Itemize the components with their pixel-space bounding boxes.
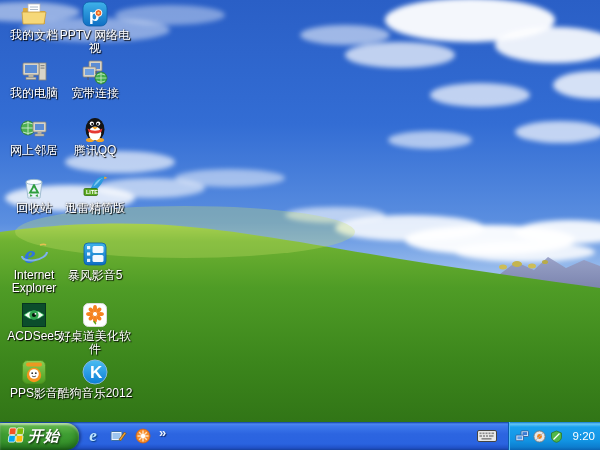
desktop-icon-label: PPTV 网络电 视 <box>60 29 131 54</box>
windows-logo-icon <box>5 425 25 449</box>
svg-text:LITE: LITE <box>86 189 98 195</box>
tencent-qq-icon <box>81 115 109 143</box>
desktop-icon-label: 网上邻居 <box>10 144 58 157</box>
tray-network-button[interactable] <box>515 429 529 443</box>
quick-launch-haozhuodao[interactable] <box>134 427 152 445</box>
desktop-icon-label: 好桌道美化软 件 <box>59 330 131 355</box>
acdsee5-icon <box>20 301 48 329</box>
desktop-icon-label: PPS影音 <box>10 387 58 400</box>
desktop-icon-kugou-music[interactable]: K 酷狗音乐2012 <box>57 358 133 400</box>
haozhuodao-icon <box>81 301 109 329</box>
svg-text:K: K <box>90 363 103 382</box>
chevron-right-icon[interactable]: » <box>159 425 166 440</box>
network-icon <box>515 430 529 443</box>
language-keyboard-button[interactable] <box>476 428 498 443</box>
taskbar: 开始 e » <box>0 422 600 450</box>
internet-explorer-icon: e <box>20 240 48 268</box>
desktop-icon-label: 酷狗音乐2012 <box>58 387 133 400</box>
desktop-icon-thunder-lite[interactable]: LITE 迅雷精简版 <box>57 173 133 215</box>
desktop-icon-label: 宽带连接 <box>71 87 119 100</box>
baofeng-player-icon <box>81 240 109 268</box>
start-button-label: 开始 <box>28 427 60 446</box>
desktop-icon-label: 腾讯QQ <box>74 144 117 157</box>
show-desktop-icon <box>110 429 127 444</box>
network-places-icon <box>20 115 48 143</box>
pps-player-icon <box>20 358 48 386</box>
desktop-icon-tencent-qq[interactable]: 腾讯QQ <box>57 115 133 157</box>
shield-icon <box>550 430 563 443</box>
flower-icon <box>135 428 151 444</box>
desktop-icon-label: 迅雷精简版 <box>65 202 125 215</box>
tray-clock[interactable]: 9:20 <box>573 430 595 442</box>
broadband-connection-icon <box>81 58 109 86</box>
pptv-icon: p <box>81 0 109 28</box>
internet-explorer-icon: e <box>89 426 97 446</box>
recycle-bin-icon <box>20 173 48 201</box>
desktop-icon-label: 暴风影音5 <box>68 269 123 282</box>
system-tray: 9:20 <box>508 422 600 450</box>
quick-launch-show-desktop[interactable] <box>109 427 127 445</box>
my-documents-icon <box>20 0 48 28</box>
desktop-icon-broadband-connection[interactable]: 宽带连接 <box>57 58 133 100</box>
desktop[interactable]: 我的文档 我的电脑 网上邻居 <box>0 0 600 450</box>
tray-security-button[interactable] <box>549 429 563 443</box>
desktop-icon-label: Internet Explorer <box>12 269 57 294</box>
my-computer-icon <box>20 58 48 86</box>
volume-icon <box>533 430 546 443</box>
desktop-icon-label: 回收站 <box>16 202 52 215</box>
quick-launch: e » <box>84 422 166 450</box>
svg-text:e: e <box>24 240 36 268</box>
keyboard-icon <box>477 430 497 442</box>
desktop-icon-pptv[interactable]: p PPTV 网络电 视 <box>57 0 133 54</box>
desktop-icon-haozhuodao[interactable]: 好桌道美化软 件 <box>57 301 133 355</box>
kugou-music-icon: K <box>81 358 109 386</box>
desktop-icon-baofeng-player[interactable]: 暴风影音5 <box>57 240 133 282</box>
thunder-lite-icon: LITE <box>81 173 109 201</box>
desktop-icon-label: ACDSee5 <box>7 330 60 343</box>
quick-launch-internet-explorer[interactable]: e <box>84 427 102 445</box>
tray-volume-button[interactable] <box>532 429 546 443</box>
desktop-icon-label: 我的电脑 <box>10 87 58 100</box>
desktop-icon-label: 我的文档 <box>10 29 58 42</box>
start-button[interactable]: 开始 <box>0 423 79 450</box>
